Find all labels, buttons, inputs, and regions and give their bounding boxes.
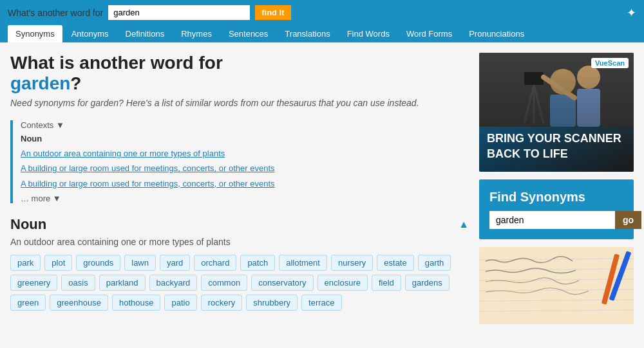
subtitle: Need synonyms for garden? Here's a list … xyxy=(10,96,469,110)
synonym-chip[interactable]: terrace xyxy=(301,295,341,311)
synonym-chip[interactable]: greenery xyxy=(10,275,57,291)
synonym-chip[interactable]: park xyxy=(10,255,41,271)
ad-banner-2[interactable] xyxy=(479,247,634,324)
synonym-chip[interactable]: parkland xyxy=(99,275,146,291)
contexts-box: Contexts ▼ Noun An outdoor area containi… xyxy=(10,120,469,203)
tab-translations[interactable]: Translations xyxy=(277,25,337,42)
tab-pronunciations[interactable]: Pronunciations xyxy=(461,25,532,42)
ad-banner[interactable]: VueScan BRING YOUR SCANNERBACK TO LIFE xyxy=(479,53,634,172)
noun-section-header: Noun ▲ xyxy=(10,216,469,233)
synonym-chip[interactable]: lawn xyxy=(124,255,156,271)
synonym-chip[interactable]: shrubbery xyxy=(246,295,298,311)
heading-suffix: ? xyxy=(70,73,81,93)
tab-find-words[interactable]: Find Words xyxy=(339,25,397,42)
synonym-chip[interactable]: backyard xyxy=(149,275,198,291)
tab-definitions[interactable]: Definitions xyxy=(118,25,173,42)
synonym-chip[interactable]: patch xyxy=(240,255,275,271)
contexts-header[interactable]: Contexts ▼ xyxy=(21,120,469,130)
ad-image-2 xyxy=(479,247,634,324)
synonym-chip[interactable]: enclosure xyxy=(317,275,368,291)
synonym-chip[interactable]: grounds xyxy=(76,255,120,271)
sidebar: VueScan BRING YOUR SCANNERBACK TO LIFE F… xyxy=(479,53,634,324)
settings-icon[interactable]: ✦ xyxy=(627,6,636,20)
synonym-chip[interactable]: common xyxy=(201,275,247,291)
synonym-chip[interactable]: yard xyxy=(160,255,190,271)
find-synonyms-title: Find Synonyms xyxy=(489,190,623,205)
noun-arrow-icon: ▲ xyxy=(459,219,469,230)
main-layout: What is another word for garden? Need sy… xyxy=(0,42,644,334)
synonym-chip[interactable]: field xyxy=(372,275,401,291)
synonym-chip[interactable]: oasis xyxy=(61,275,95,291)
find-synonyms-row: go xyxy=(489,211,623,229)
synonym-chip[interactable]: plot xyxy=(44,255,72,271)
noun-description: An outdoor area containing one or more t… xyxy=(10,237,469,247)
noun-title: Noun xyxy=(10,216,46,233)
find-synonyms-box: Find Synonyms go xyxy=(479,179,634,239)
page-heading: What is another word for garden? xyxy=(10,53,469,94)
synonym-chip[interactable]: conservatory xyxy=(251,275,313,291)
synonym-chip[interactable]: garth xyxy=(418,255,451,271)
contexts-noun-label: Noun xyxy=(21,134,469,143)
context-item-1[interactable]: An outdoor area containing one or more t… xyxy=(21,146,469,161)
synonym-chip[interactable]: greenhouse xyxy=(50,295,108,311)
synonym-chip[interactable]: estate xyxy=(377,255,413,271)
synonyms-chips: parkplotgroundslawnyardorchardpatchallot… xyxy=(10,255,469,311)
main-content: What is another word for garden? Need sy… xyxy=(10,53,469,324)
more-link[interactable]: … more ▼ xyxy=(21,194,469,203)
search-input[interactable] xyxy=(108,5,250,20)
heading-prefix: What is another word for xyxy=(10,53,223,73)
ad-text: BRING YOUR SCANNERBACK TO LIFE xyxy=(487,131,621,161)
find-synonyms-input[interactable] xyxy=(489,211,615,229)
top-bar: What's another word for find It ✦ xyxy=(0,0,644,25)
synonym-chip[interactable]: allotment xyxy=(279,255,327,271)
synonym-chip[interactable]: hothouse xyxy=(112,295,161,311)
nav-tabs: Synonyms Antonyms Definitions Rhymes Sen… xyxy=(0,25,644,42)
handwriting-illustration xyxy=(479,247,634,324)
tab-word-forms[interactable]: Word Forms xyxy=(399,25,460,42)
synonym-chip[interactable]: gardens xyxy=(405,275,450,291)
synonym-chip[interactable]: nursery xyxy=(331,255,373,271)
tab-sentences[interactable]: Sentences xyxy=(221,25,276,42)
find-synonyms-button[interactable]: go xyxy=(615,211,641,229)
context-item-2[interactable]: A building or large room used for meetin… xyxy=(21,161,469,176)
synonym-chip[interactable]: orchard xyxy=(194,255,236,271)
tab-rhymes[interactable]: Rhymes xyxy=(173,25,220,42)
synonym-chip[interactable]: green xyxy=(10,295,46,311)
heading-word: garden xyxy=(10,73,70,93)
find-button[interactable]: find It xyxy=(255,5,290,20)
synonym-chip[interactable]: patio xyxy=(164,295,196,311)
ad-badge: VueScan xyxy=(591,58,629,68)
tab-antonyms[interactable]: Antonyms xyxy=(64,25,117,42)
synonym-chip[interactable]: rockery xyxy=(201,295,243,311)
topbar-label: What's another word for xyxy=(8,8,103,18)
context-item-3[interactable]: A building or large room used for meetin… xyxy=(21,176,469,191)
tab-synonyms[interactable]: Synonyms xyxy=(8,25,62,42)
